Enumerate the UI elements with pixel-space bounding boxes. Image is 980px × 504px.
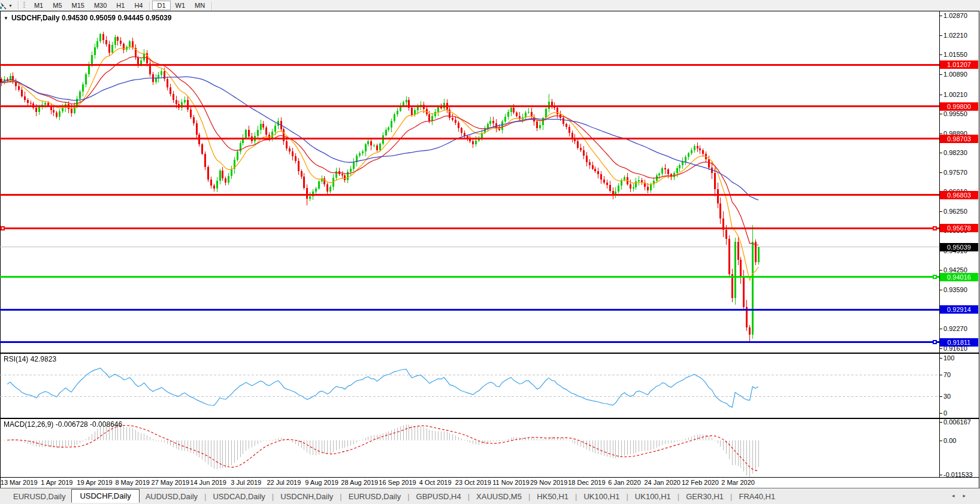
tab-fra40-h1[interactable]: FRA40,H1 (733, 490, 781, 503)
price-tick-label: 0.98230 (943, 149, 967, 156)
time-axis-label[interactable]: 6 Jan 2020 (608, 479, 640, 486)
time-axis-label[interactable]: 2 Mar 2020 (721, 479, 755, 486)
line-drag-handle[interactable] (933, 226, 937, 230)
timeframe-button-h1[interactable]: H1 (111, 1, 129, 10)
time-axis-label[interactable]: 29 Nov 2019 (530, 479, 567, 486)
price-tick-mark (939, 211, 942, 212)
chart-symbol: USDCHF,Daily (11, 14, 60, 22)
tab-usdcad-daily[interactable]: USDCAD,Daily (207, 490, 271, 503)
tab-hk50-h1[interactable]: HK50,H1 (531, 490, 574, 503)
price-chart-canvas[interactable] (0, 11, 939, 353)
price-tick-label: 0.96250 (943, 208, 967, 215)
macd-tick-mark (939, 475, 942, 475)
time-axis-label[interactable]: 9 Aug 2019 (305, 479, 338, 486)
rsi-tick-label: 70 (943, 371, 951, 378)
time-axis-label[interactable]: 28 Aug 2019 (341, 479, 378, 486)
tab-audusd-daily[interactable]: AUDUSD,Daily (140, 490, 204, 503)
line-drag-handle[interactable] (933, 340, 937, 344)
tab-ger30-h1[interactable]: GER30,H1 (680, 490, 730, 503)
timeframe-button-h4[interactable]: H4 (129, 1, 147, 10)
tab-usdchf-daily[interactable]: USDCHF,Daily (71, 489, 139, 503)
time-axis-label[interactable]: 22 Jul 2019 (267, 479, 301, 486)
horizontal-level-line[interactable] (0, 309, 939, 311)
time-axis-label[interactable]: 11 Nov 2019 (492, 479, 530, 486)
horizontal-level-line[interactable] (0, 138, 939, 139)
time-axis-label[interactable]: 16 Sep 2019 (379, 479, 416, 486)
timeframe-button-m15[interactable]: M15 (67, 1, 89, 10)
rsi-name: RSI(14) (4, 355, 28, 363)
timeframe-button-w1[interactable]: W1 (171, 1, 190, 10)
tab-eurusd-daily[interactable]: EURUSD,Daily (7, 490, 71, 503)
rsi-label: RSI(14) 42.9823 (4, 355, 56, 363)
toolbar-separator (211, 2, 213, 10)
macd-label: MACD(12,26,9) -0.006728 -0.008646 (4, 420, 122, 429)
price-tick-label: 1.01550 (943, 51, 967, 58)
time-axis-label[interactable]: 3 Jul 2019 (231, 479, 261, 486)
tab-uk100-h1[interactable]: UK100,H1 (577, 490, 625, 503)
tab-separator: | (626, 492, 628, 501)
time-axis-label[interactable]: 1 Apr 2019 (41, 479, 72, 486)
tab-eurusd-daily[interactable]: EURUSD,Daily (343, 490, 407, 503)
price-tick-mark (939, 270, 942, 271)
tab-xauusd-m5[interactable]: XAUUSD,M5 (470, 490, 528, 503)
horizontal-level-line[interactable] (0, 105, 939, 107)
cursor-tool-icon[interactable] (0, 2, 7, 10)
time-axis-label[interactable]: 12 Feb 2020 (682, 479, 719, 486)
tab-separator: | (575, 492, 577, 501)
time-axis-label[interactable]: 13 Mar 2019 (1, 479, 38, 486)
toolbar-grip[interactable] (23, 2, 25, 9)
tab-separator: | (204, 492, 206, 501)
price-tick-mark (939, 54, 942, 55)
timeframe-button-m5[interactable]: M5 (48, 1, 66, 10)
toolbar-separator (18, 1, 19, 10)
toolbar: ▼ M1M5M15M30H1H4D1W1MN (0, 0, 980, 11)
price-tick-mark (939, 172, 942, 173)
time-axis-label[interactable]: 8 May 2019 (115, 479, 149, 486)
time-axis-label[interactable]: 27 May 2019 (152, 479, 190, 486)
time-axis-label[interactable]: 23 Oct 2019 (455, 479, 491, 486)
macd-tick-mark (939, 422, 942, 423)
rsi-tick-label: 30 (943, 393, 951, 400)
tab-separator: | (528, 492, 530, 501)
timeframe-button-mn[interactable]: MN (190, 1, 210, 10)
macd-time-separator (0, 477, 979, 478)
rsi-tick-label: 100 (943, 354, 954, 362)
line-drag-handle[interactable] (1, 226, 5, 230)
tab-list: EURUSD,DailyUSDCHF,DailyAUDUSD,Daily|USD… (7, 490, 781, 503)
tab-scroll-left-icon[interactable]: ◂ (952, 493, 963, 499)
rsi-canvas[interactable] (0, 354, 939, 418)
tab-separator: | (340, 492, 341, 501)
price-level-badge: 0.91811 (940, 338, 978, 347)
chevron-down-icon[interactable]: ▼ (8, 4, 13, 8)
horizontal-level-line[interactable] (0, 276, 939, 278)
tab-scroll-right-icon[interactable]: ▸ (963, 493, 974, 499)
price-tick-label: 0.99550 (943, 110, 967, 117)
price-tick-mark (939, 329, 942, 329)
tab-usdcnh-daily[interactable]: USDCNH,Daily (274, 490, 339, 503)
time-axis-label[interactable]: 18 Dec 2019 (568, 479, 605, 486)
rsi-tick-label: 0 (943, 409, 947, 417)
timeframe-button-m30[interactable]: M30 (89, 1, 111, 10)
rsi-value: 42.9823 (31, 355, 56, 363)
macd-canvas[interactable] (0, 419, 939, 477)
tab-scroll-arrows: ◂▸ (952, 493, 974, 499)
timeframe-button-m1[interactable]: M1 (29, 1, 48, 10)
chart-title: ▼USDCHF,Daily 0.94530 0.95059 0.94445 0.… (4, 14, 171, 22)
horizontal-level-line[interactable] (0, 194, 939, 196)
price-level-badge: 0.98703 (940, 135, 978, 143)
tab-uk100-h1[interactable]: UK100,H1 (629, 490, 677, 503)
timeframe-button-d1[interactable]: D1 (152, 1, 170, 10)
tab-gbpusd-h4[interactable]: GBPUSD,H4 (410, 490, 467, 503)
horizontal-level-line[interactable] (0, 341, 939, 343)
tab-separator: | (730, 492, 732, 501)
line-drag-handle[interactable] (933, 275, 937, 279)
horizontal-level-line[interactable] (0, 64, 939, 66)
time-axis-label[interactable]: 24 Jan 2020 (644, 479, 680, 486)
horizontal-level-line[interactable] (0, 227, 939, 229)
chart-collapse-icon[interactable]: ▼ (4, 16, 8, 21)
price-tick-mark (939, 16, 942, 16)
time-axis-label[interactable]: 14 Jun 2019 (190, 479, 226, 486)
price-tick-mark (939, 114, 942, 114)
time-axis-label[interactable]: 19 Apr 2019 (77, 479, 112, 486)
time-axis-label[interactable]: 4 Oct 2019 (419, 479, 452, 486)
